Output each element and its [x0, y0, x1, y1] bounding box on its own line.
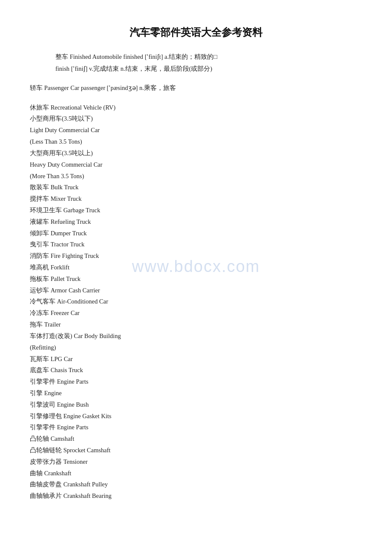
list-item: 大型商用车(3.5吨以上): [30, 147, 362, 159]
list-item: (More Than 3.5 Tons): [30, 171, 362, 182]
intro-block: 整车 Finished Automobile finished [ˈfiniʃt…: [55, 51, 362, 75]
list-item: 休旅车 Recreational Vehicle (RV): [30, 102, 362, 113]
list-item: 引擎零件 Engine Parts: [30, 376, 362, 387]
page-title: 汽车零部件英语大全参考资料: [30, 26, 362, 39]
list-item: 瓦斯车 LPG Car: [30, 353, 362, 365]
list-item: 曳引车 Tractor Truck: [30, 239, 362, 250]
list-item: 搅拌车 Mixer Truck: [30, 193, 362, 205]
list-item: 曲轴 Crankshaft: [30, 468, 362, 479]
list-item: 引擎零件 Engine Parts: [30, 422, 362, 433]
list-item: 引擎 Engine: [30, 387, 362, 399]
list-item: 皮带张力器 Tensioner: [30, 456, 362, 468]
list-item: 曲轴皮带盘 Crankshaft Pulley: [30, 479, 362, 490]
list-item: 小型商用车(3.5吨以下): [30, 113, 362, 124]
list-item: 凸轮轴链轮 Sprocket Camshaft: [30, 445, 362, 456]
list-item: 消防车 Fire Fighting Truck: [30, 250, 362, 262]
content-list: 休旅车 Recreational Vehicle (RV)小型商用车(3.5吨以…: [30, 102, 362, 502]
list-item: 车体打造(改装) Car Body Building: [30, 330, 362, 342]
intro-line-1: 整车 Finished Automobile finished [ˈfiniʃt…: [55, 51, 362, 63]
list-item: (Less Than 3.5 Tons): [30, 136, 362, 147]
list-item: 冷气客车 Air-Conditioned Car: [30, 296, 362, 307]
list-item: (Refitting): [30, 342, 362, 353]
list-item: 运钞车 Armor Cash Carrier: [30, 285, 362, 296]
list-item: 凸轮轴 Camshaft: [30, 433, 362, 445]
list-item: 液罐车 Refueling Truck: [30, 216, 362, 228]
list-item: 底盘车 Chasis Truck: [30, 364, 362, 376]
list-item: 拖车 Trailer: [30, 319, 362, 330]
list-item: 倾卸车 Dumper Truck: [30, 228, 362, 239]
list-item: 拖板车 Pallet Truck: [30, 273, 362, 285]
passenger-line: 轿车 Passenger Car passenger [ˈpæsindʒə] n…: [30, 82, 362, 94]
list-item: 曲轴轴承片 Crankshaft Bearing: [30, 490, 362, 502]
list-item: 散装车 Bulk Truck: [30, 182, 362, 193]
list-item: 堆高机 Forklift: [30, 262, 362, 273]
list-item: 冷冻车 Freezer Car: [30, 307, 362, 319]
list-item: Light Duty Commercial Car: [30, 124, 362, 136]
list-item: 环境卫生车 Garbage Truck: [30, 205, 362, 216]
list-item: 引擎波司 Engine Bush: [30, 399, 362, 410]
list-item: Heavy Duty Commercial Car: [30, 159, 362, 171]
intro-line-2: finish [ˈfiniʃ] v.完成结束 n.结束，末尾，最后阶段(或部分): [55, 63, 362, 75]
list-item: 引擎修理包 Engine Gasket Kits: [30, 410, 362, 422]
